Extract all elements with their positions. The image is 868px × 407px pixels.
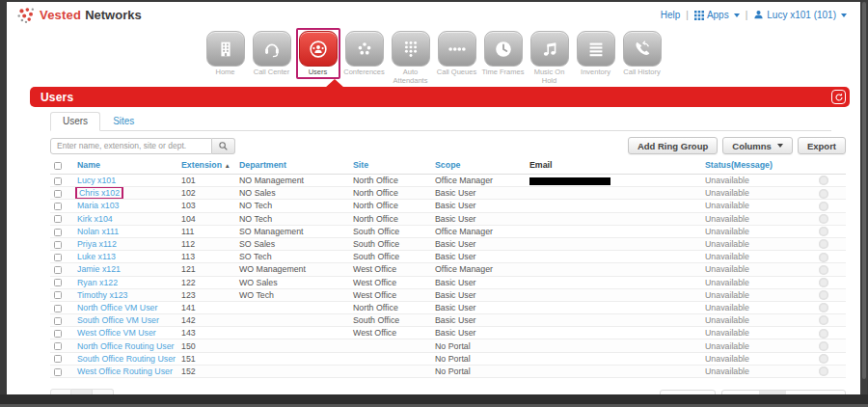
user-name-link[interactable]: Jamie x121 bbox=[77, 264, 121, 274]
row-checkbox[interactable] bbox=[54, 305, 62, 312]
row-checkbox[interactable] bbox=[54, 266, 62, 274]
headset-icon bbox=[253, 31, 291, 67]
help-link[interactable]: Help bbox=[661, 10, 681, 20]
user-name-link[interactable]: Timothy x123 bbox=[77, 290, 127, 300]
cell-scope: Basic User bbox=[431, 187, 526, 200]
cell-site: North Office bbox=[349, 187, 431, 200]
nav-item-call-center[interactable]: Call Center bbox=[250, 31, 294, 77]
cell-department bbox=[235, 365, 349, 377]
nav-item-users[interactable]: Users bbox=[296, 31, 340, 79]
cell-name: Ryan x122 bbox=[73, 276, 177, 288]
user-name-link[interactable]: Chris x102 bbox=[75, 187, 123, 200]
user-name-link[interactable]: North Office Routing User bbox=[77, 341, 175, 351]
user-name-link[interactable]: Luke x113 bbox=[77, 252, 116, 261]
cell-scope: Basic User bbox=[431, 327, 526, 339]
cell-status: Unavailable bbox=[701, 327, 815, 339]
cell-department: NO Management bbox=[235, 175, 349, 187]
cell-extension: 104 bbox=[177, 212, 235, 225]
nav-item-conferences[interactable]: Conferences bbox=[342, 31, 387, 77]
table-row: Timothy x123 123 WO Tech West Office Bas… bbox=[50, 288, 846, 301]
row-checkbox[interactable] bbox=[54, 215, 62, 223]
cell-email bbox=[526, 225, 701, 237]
cell-extension: 103 bbox=[177, 200, 235, 212]
table-row: Luke x113 113 SO Tech South Office Basic… bbox=[50, 251, 846, 263]
cell-site: North Office bbox=[349, 212, 431, 225]
cell-name: Jamie x121 bbox=[73, 263, 177, 276]
table-row: Maria x103 103 NO Tech North Office Basi… bbox=[50, 200, 846, 212]
nav-item-call-history[interactable]: Call History bbox=[620, 31, 665, 77]
cell-actions bbox=[815, 212, 846, 225]
cell-extension: 101 bbox=[177, 175, 235, 187]
main-nav: Home Call Center Users Conferences bbox=[7, 28, 860, 83]
user-name-link[interactable]: Lucy x101 bbox=[77, 176, 116, 185]
user-name-link[interactable]: Kirk x104 bbox=[77, 214, 113, 224]
column-header-scope[interactable]: Scope bbox=[431, 157, 526, 175]
user-name-link[interactable]: South Office Routing User bbox=[77, 354, 176, 364]
cell-extension: 142 bbox=[177, 314, 235, 327]
user-name-link[interactable]: North Office VM User bbox=[77, 303, 157, 312]
cell-status: Unavailable bbox=[701, 365, 815, 377]
nav-item-time-frames[interactable]: Time Frames bbox=[481, 31, 526, 77]
separator: | bbox=[686, 10, 689, 20]
row-checkbox[interactable] bbox=[54, 317, 62, 325]
search-input[interactable] bbox=[50, 138, 212, 154]
vertical-scrollbar[interactable] bbox=[861, 2, 867, 394]
row-action-icon bbox=[819, 214, 828, 224]
scrollbar-thumb[interactable] bbox=[862, 2, 866, 379]
user-name-link[interactable]: Priya x112 bbox=[77, 239, 117, 249]
refresh-button[interactable] bbox=[831, 90, 846, 104]
cell-checkbox bbox=[50, 314, 73, 327]
user-name-link[interactable]: South Office VM User bbox=[77, 315, 159, 325]
user-name-link[interactable]: West Office VM User bbox=[77, 328, 156, 338]
cell-extension: 112 bbox=[177, 237, 235, 250]
add-ring-group-button[interactable]: Add Ring Group bbox=[628, 137, 718, 154]
tab-users[interactable]: Users bbox=[50, 112, 100, 131]
column-header-status[interactable]: Status(Message) bbox=[701, 157, 815, 175]
row-checkbox[interactable] bbox=[54, 203, 62, 210]
column-header-extension[interactable]: Extension ▲ bbox=[177, 157, 235, 175]
row-checkbox[interactable] bbox=[54, 177, 62, 185]
user-name-link[interactable]: Maria x103 bbox=[77, 201, 120, 210]
music-note-icon bbox=[530, 31, 569, 67]
row-checkbox[interactable] bbox=[54, 355, 62, 363]
user-name-link[interactable]: Ryan x122 bbox=[77, 278, 118, 287]
user-name-link[interactable]: West Office Routing User bbox=[77, 366, 173, 376]
cell-email bbox=[526, 276, 701, 288]
cell-site bbox=[349, 352, 431, 365]
row-checkbox[interactable] bbox=[54, 330, 62, 338]
column-header-site[interactable]: Site bbox=[349, 157, 431, 175]
search-button[interactable] bbox=[212, 138, 235, 154]
cell-name: Maria x103 bbox=[73, 200, 177, 212]
row-checkbox[interactable] bbox=[54, 342, 62, 350]
row-checkbox[interactable] bbox=[54, 254, 62, 261]
column-header-name[interactable]: Name bbox=[73, 157, 177, 175]
row-checkbox[interactable] bbox=[54, 279, 62, 286]
cell-site: South Office bbox=[349, 251, 431, 263]
cell-extension: 111 bbox=[177, 225, 235, 237]
nav-item-call-queues[interactable]: Call Queues bbox=[435, 31, 479, 77]
cell-actions bbox=[815, 339, 846, 352]
annotation-box: Users bbox=[296, 28, 340, 79]
row-checkbox[interactable] bbox=[54, 291, 62, 299]
home-icon bbox=[206, 31, 245, 67]
row-checkbox[interactable] bbox=[54, 241, 62, 249]
nav-item-auto-attendants[interactable]: Auto Attendants bbox=[389, 31, 433, 85]
apps-menu[interactable]: Apps bbox=[694, 10, 740, 20]
user-name-link[interactable]: Nolan x111 bbox=[77, 227, 119, 236]
columns-button[interactable]: Columns bbox=[722, 137, 793, 154]
row-checkbox[interactable] bbox=[54, 368, 62, 376]
export-button[interactable]: Export bbox=[798, 137, 846, 154]
cell-scope: Office Manager bbox=[431, 225, 526, 237]
nav-item-home[interactable]: Home bbox=[203, 31, 248, 77]
cell-name: South Office VM User bbox=[73, 314, 177, 327]
cell-email bbox=[526, 339, 701, 352]
tab-sites[interactable]: Sites bbox=[100, 112, 147, 131]
select-all-checkbox[interactable] bbox=[54, 162, 62, 170]
row-checkbox[interactable] bbox=[54, 229, 62, 236]
column-header-department[interactable]: Department bbox=[235, 157, 349, 175]
nav-item-music-on-hold[interactable]: Music On Hold bbox=[528, 31, 572, 85]
nav-item-inventory[interactable]: Inventory bbox=[574, 31, 618, 77]
row-checkbox[interactable] bbox=[54, 190, 62, 198]
cell-checkbox bbox=[50, 175, 73, 187]
user-menu[interactable]: Lucy x101 (101) bbox=[753, 10, 847, 20]
